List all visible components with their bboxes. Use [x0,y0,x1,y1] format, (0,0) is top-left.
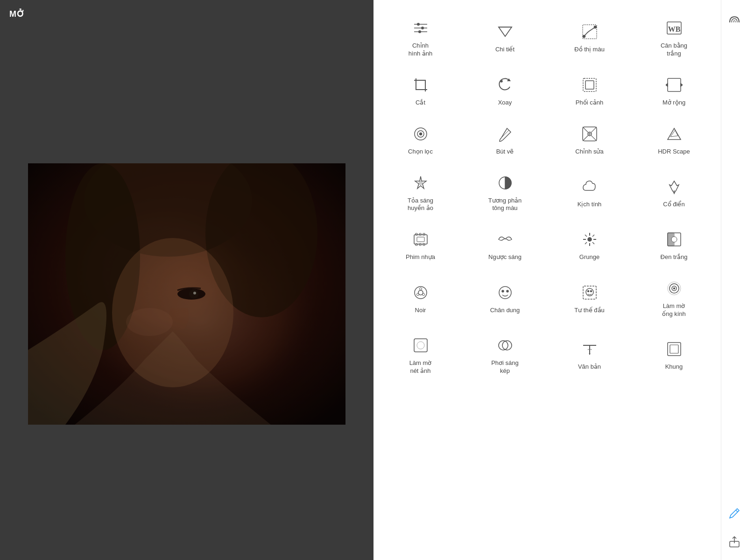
tool-xoay[interactable]: Xoay [463,66,547,115]
right-panel: Chỉnhhình ảnh Chi tiết Đồ thị màu WB Cân… [374,0,747,560]
text-icon: T [579,339,600,359]
tool-tuong-phan-tong-mau[interactable]: Tương phảntông màu [463,164,547,221]
svg-line-95 [736,510,738,512]
svg-rect-94 [670,345,678,353]
tool-label-chan-dung: Chân dung [490,307,520,315]
tool-label-chinh-sua: Chỉnh sửa [575,148,603,156]
tools-grid: Chỉnhhình ảnh Chi tiết Đồ thị màu WB Cân… [374,0,721,560]
tool-label-do-thi-mau: Đồ thị màu [574,46,605,54]
svg-marker-31 [666,84,668,86]
face-icon [495,282,515,303]
tool-noir[interactable]: Noir [378,270,463,327]
tool-label-toa-sang-huyen-ao: Tỏa sánghuyền ảo [408,197,433,213]
svg-point-71 [419,287,422,290]
tool-chinh-hinh-anh[interactable]: Chỉnhhình ảnh [378,9,463,66]
tool-van-ban[interactable]: T Văn bản [547,327,632,384]
svg-point-21 [594,26,596,28]
cloud-icon [579,176,600,197]
tool-label-can-bang-trang: Cân bằngtrắng [661,42,687,58]
curve-dots-icon [579,21,600,42]
tool-chan-dung[interactable]: Chân dung [463,270,547,327]
vignette-icon [410,335,431,356]
mountain-icon [664,124,684,144]
film-reel-icon [410,282,431,303]
svg-point-16 [421,27,424,29]
bw-icon [664,229,684,250]
svg-marker-43 [668,128,681,140]
expand-icon [664,75,684,95]
tool-label-tu-the-dau: Tư thế đầu [574,307,604,315]
tool-label-kich-tinh: Kịch tính [578,201,602,209]
svg-point-80 [590,290,592,292]
tool-label-hdr-scape: HDR Scape [658,148,690,156]
svg-rect-77 [583,286,596,299]
svg-point-57 [588,238,592,241]
share-button[interactable] [725,532,744,551]
open-button[interactable]: MỞ [9,9,25,19]
side-actions-bottom [725,504,744,551]
tool-chon-loc[interactable]: Chọn lọc [378,115,463,164]
tool-phim-nhua[interactable]: Phim nhựa [378,221,463,270]
tool-phoi-canh[interactable]: Phối cảnh [547,66,632,115]
tool-label-nguoc-sang: Ngược sáng [488,253,521,261]
svg-point-69 [415,287,427,299]
tool-toa-sang-huyen-ao[interactable]: Tỏa sánghuyền ảo [378,164,463,221]
svg-point-73 [416,293,419,295]
pin-icon [664,176,684,197]
side-actions-top [725,9,744,28]
svg-point-15 [417,23,420,26]
tool-label-phim-nhua: Phim nhựa [406,253,435,261]
tool-lam-mo-ong-kinh[interactable]: Làm mờống kính [632,270,716,327]
photo-display [28,163,345,425]
lens-blur-icon [664,278,684,299]
svg-rect-55 [423,244,425,245]
tool-hdr-scape[interactable]: HDR Scape [632,115,716,164]
svg-point-76 [507,290,508,292]
tool-cat[interactable]: Cắt [378,66,463,115]
bandaid-icon [579,124,600,144]
tool-nguoc-sang[interactable]: Ngược sáng [463,221,547,270]
tool-phoi-sang-kep[interactable]: Phơi sángkép [463,327,547,384]
svg-rect-85 [414,339,427,352]
tool-label-cat: Cắt [416,99,425,107]
svg-point-83 [673,288,675,289]
svg-rect-49 [414,235,427,244]
tool-mo-rong[interactable]: Mở rộng [632,66,716,115]
rainbow-button[interactable] [725,9,744,28]
svg-text:T: T [587,348,592,355]
double-exposure-icon [495,335,515,356]
tool-chinh-sua[interactable]: Chỉnh sửa [547,115,632,164]
tool-can-bang-trang[interactable]: WB Cân bằngtrắng [632,9,716,66]
svg-line-65 [585,242,587,244]
tool-grunge[interactable]: Grunge [547,221,632,270]
tool-khung[interactable]: Khung [632,327,716,384]
svg-point-74 [499,287,511,299]
film-icon [410,229,431,250]
svg-point-25 [500,80,502,82]
crop-icon [410,75,431,95]
svg-line-36 [500,130,509,139]
top-bar: MỞ [0,0,374,28]
tool-label-mo-rong: Mở rộng [662,99,685,107]
pencil-button[interactable] [725,504,744,523]
svg-rect-53 [416,244,417,245]
svg-point-17 [418,30,421,33]
svg-point-87 [417,342,424,349]
tool-label-but-ve: Bút vẽ [496,148,514,156]
svg-point-20 [583,35,585,38]
tool-chi-tiet[interactable]: Chi tiết [463,9,547,66]
tool-den-trang[interactable]: Đen trắng [632,221,716,270]
tool-tu-the-dau[interactable]: Tư thế đầu [547,270,632,327]
tool-do-thi-mau[interactable]: Đồ thị màu [547,9,632,66]
tool-kich-tinh[interactable]: Kịch tính [547,164,632,221]
svg-point-46 [419,181,423,185]
glow-icon [410,173,431,193]
svg-rect-11 [28,163,345,425]
tool-label-noir: Noir [415,307,426,315]
rotate-icon [495,75,515,95]
tool-lam-mo-net-anh[interactable]: Làm mờnét ảnh [378,327,463,384]
tool-but-ve[interactable]: Bút vẽ [463,115,547,164]
tool-co-dien[interactable]: Cổ điển [632,164,716,221]
face-scan-icon [579,282,600,303]
svg-point-72 [422,293,424,295]
